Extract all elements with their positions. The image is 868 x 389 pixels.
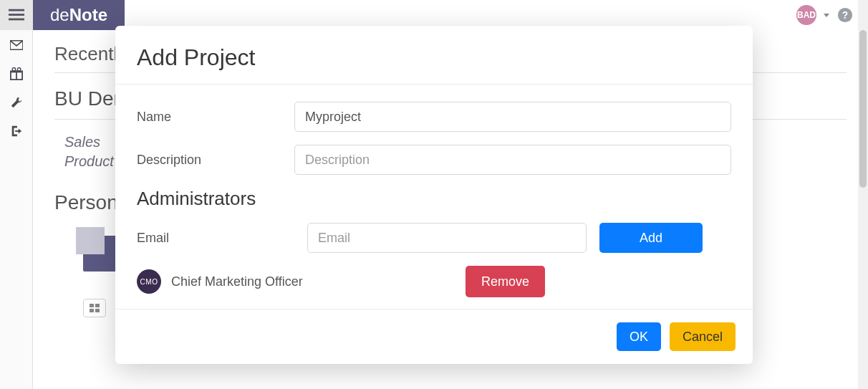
sidebar [0, 30, 33, 389]
ok-button[interactable]: OK [617, 322, 661, 351]
modal-body: Name Description Administrators Email Ad… [115, 85, 753, 309]
help-icon[interactable]: ? [836, 6, 854, 24]
description-row: Description [137, 145, 731, 175]
svg-rect-12 [90, 309, 94, 312]
user-menu-caret-icon[interactable] [824, 14, 829, 17]
svg-rect-13 [95, 309, 100, 312]
envelope-icon[interactable] [9, 39, 24, 52]
svg-text:?: ? [842, 10, 848, 21]
svg-rect-2 [9, 19, 24, 21]
svg-rect-0 [9, 9, 24, 11]
admin-row: CMO Chief Marketing Officer Remove [137, 266, 731, 297]
description-label: Description [137, 153, 294, 168]
modal-backdrop: Add Project Name Description Administrat… [0, 0, 868, 389]
topbar-right: BAD ? [796, 5, 868, 25]
name-row: Name [137, 102, 731, 132]
name-label: Name [137, 110, 294, 125]
cancel-button[interactable]: Cancel [670, 322, 736, 351]
modal-footer: OK Cancel [115, 309, 753, 364]
email-label: Email [137, 231, 294, 246]
modal-header: Add Project [115, 26, 753, 85]
wrench-icon[interactable] [9, 96, 24, 109]
remove-button[interactable]: Remove [466, 266, 545, 297]
svg-rect-10 [90, 304, 94, 307]
add-button[interactable]: Add [599, 223, 703, 253]
gift-icon[interactable] [9, 67, 24, 80]
administrators-title: Administrators [137, 188, 731, 210]
email-row: Email Add [137, 223, 731, 253]
svg-point-9 [17, 67, 21, 71]
description-input[interactable] [294, 145, 731, 175]
modal-title: Add Project [137, 44, 731, 71]
brand-bold: Note [69, 5, 107, 25]
exit-icon[interactable] [9, 125, 24, 138]
grid-view-toggle[interactable] [83, 299, 106, 317]
hamburger-icon [9, 9, 24, 21]
svg-rect-11 [95, 304, 100, 307]
user-avatar[interactable]: BAD [796, 5, 816, 25]
brand-logo[interactable]: deNote [33, 0, 125, 30]
svg-point-8 [12, 67, 16, 71]
menu-toggle[interactable] [0, 0, 33, 30]
name-input[interactable] [294, 102, 731, 132]
brand-prefix: de [50, 5, 69, 25]
admin-name: Chief Marketing Officer [171, 274, 303, 289]
email-input[interactable] [307, 223, 587, 253]
add-project-modal: Add Project Name Description Administrat… [115, 26, 753, 364]
svg-rect-1 [9, 14, 24, 16]
admin-avatar: CMO [137, 269, 161, 294]
